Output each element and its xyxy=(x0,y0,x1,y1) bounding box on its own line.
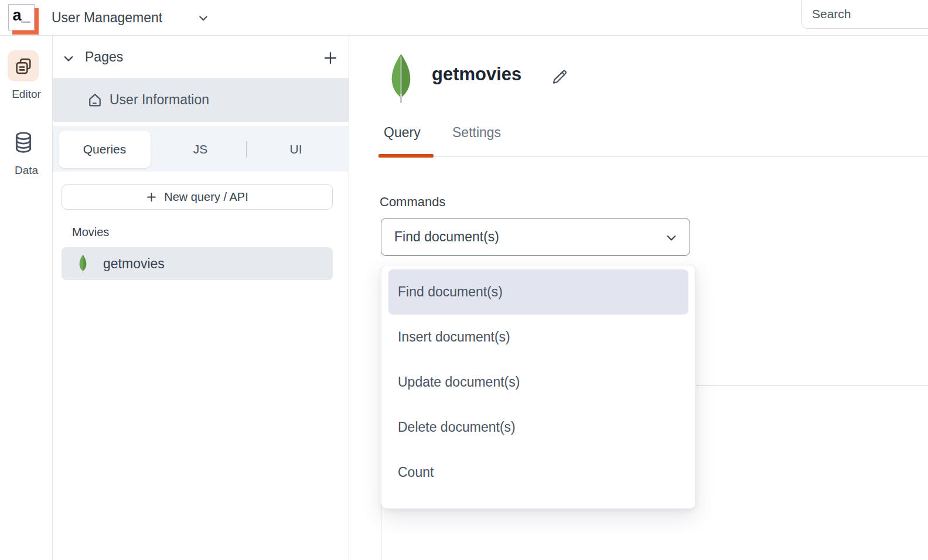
sidebar-item-data[interactable] xyxy=(8,127,39,158)
pencil-icon[interactable] xyxy=(551,69,569,86)
plus-icon xyxy=(146,192,157,203)
commands-label: Commands xyxy=(380,194,445,210)
editor-segmented-control: Queries JS UI xyxy=(53,127,349,172)
home-icon xyxy=(87,92,103,108)
editor-sidebar: Pages User Information Queries JS UI xyxy=(53,36,349,560)
new-query-label: New query / API xyxy=(164,190,248,204)
page-label: User Information xyxy=(110,92,209,108)
pages-title[interactable]: Pages xyxy=(85,49,123,65)
page-title: getmovies xyxy=(432,64,521,85)
top-bar: a_ User Management xyxy=(0,0,928,36)
tab-query[interactable]: Query xyxy=(384,125,421,141)
menu-item-delete-documents[interactable]: Delete document(s) xyxy=(388,405,688,450)
divider xyxy=(246,141,247,158)
mongodb-leaf-icon xyxy=(388,53,414,104)
commands-dropdown[interactable]: Find document(s) xyxy=(381,218,690,256)
pages-icon xyxy=(13,56,33,76)
add-page-button[interactable] xyxy=(318,45,343,71)
commands-dropdown-menu: Find document(s) Insert document(s) Upda… xyxy=(381,265,696,509)
left-rail: Editor Data xyxy=(0,36,53,560)
rail-label-data: Data xyxy=(0,164,53,177)
pages-header: Pages xyxy=(53,44,349,73)
query-group-label: Movies xyxy=(72,226,109,239)
sidebar-item-editor[interactable] xyxy=(8,50,39,81)
new-query-button[interactable]: New query / API xyxy=(62,184,333,210)
app-screen: a_ User Management Editor xyxy=(0,0,928,560)
appsmith-logo-icon[interactable]: a_ xyxy=(8,4,35,30)
tab-queries[interactable]: Queries xyxy=(59,131,151,168)
tab-settings[interactable]: Settings xyxy=(452,125,501,141)
tab-js[interactable]: JS xyxy=(162,127,238,172)
mongodb-leaf-icon xyxy=(78,254,88,274)
sidebar-item-user-information[interactable]: User Information xyxy=(53,78,349,122)
main-panel: getmovies Query Settings Commands Find d… xyxy=(349,36,928,560)
menu-item-count[interactable]: Count xyxy=(388,450,688,495)
menu-item-find-documents[interactable]: Find document(s) xyxy=(388,269,688,315)
search-input[interactable] xyxy=(801,0,928,29)
divider xyxy=(378,156,928,157)
menu-item-insert-documents[interactable]: Insert document(s) xyxy=(388,315,688,360)
commands-dropdown-value: Find document(s) xyxy=(394,229,499,245)
chevron-down-icon[interactable] xyxy=(62,52,75,65)
database-icon xyxy=(12,131,35,154)
menu-item-update-documents[interactable]: Update document(s) xyxy=(388,360,688,405)
active-tab-underline xyxy=(378,154,434,158)
rail-label-editor: Editor xyxy=(0,88,53,101)
chevron-down-icon xyxy=(665,231,678,244)
sidebar-item-getmovies[interactable]: getmovies xyxy=(62,247,333,280)
chevron-down-icon[interactable] xyxy=(197,12,209,24)
tab-ui[interactable]: UI xyxy=(258,127,334,172)
query-label: getmovies xyxy=(103,256,165,272)
app-name[interactable]: User Management xyxy=(52,0,162,36)
